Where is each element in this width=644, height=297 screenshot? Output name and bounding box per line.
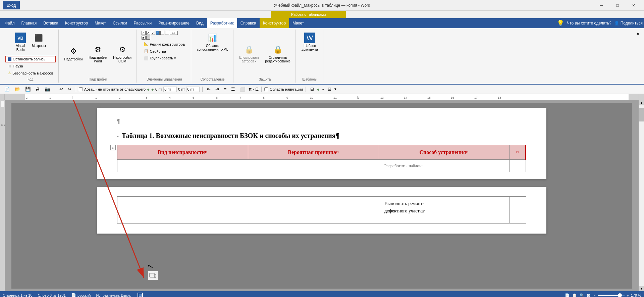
divider1 <box>55 87 55 92</box>
screenshot-button[interactable]: 📷 <box>43 86 52 93</box>
element-checkbox3[interactable]: ✓ <box>151 31 155 35</box>
dot: · <box>253 87 254 91</box>
scroll-up-button[interactable]: ▲ <box>639 100 644 105</box>
menu-help[interactable]: Справка <box>237 18 260 28</box>
scroll-down-button[interactable]: ▼ <box>639 286 644 291</box>
partial-col2 <box>248 160 379 172</box>
element-input-small[interactable]: ab <box>170 31 178 35</box>
menu-mailings[interactable]: Рассылки <box>130 18 155 28</box>
right-scrollbar[interactable]: ▲ ▼ <box>639 100 644 291</box>
menu-review[interactable]: Рецензирование <box>155 18 193 28</box>
view-icon1[interactable]: 📄 <box>565 293 570 297</box>
share-button[interactable]: 👤 Поделиться <box>614 21 643 26</box>
doc-table-bottom: Выполнить ремонт·дефектного участка· <box>117 196 526 224</box>
view-icon4[interactable]: ⊟ <box>587 293 590 297</box>
menu-home[interactable]: Главная <box>18 18 40 28</box>
indent-btn1[interactable]: ⇤ <box>205 86 212 93</box>
view-icon3[interactable]: 🔍 <box>580 293 584 297</box>
print-button[interactable]: 🖨 <box>34 86 42 93</box>
menu-konstruktor-context[interactable]: Конструктор <box>260 18 289 28</box>
pause-button[interactable]: ⏸ Пауза <box>5 63 56 69</box>
properties-label: Свойства <box>150 49 166 53</box>
element-checkbox6[interactable] <box>165 31 169 35</box>
stop-recording-label: Остановить запись <box>13 57 46 61</box>
align-btn[interactable]: ≡ <box>222 86 228 93</box>
view-icon2[interactable]: 📋 <box>572 293 577 297</box>
value2-input[interactable] <box>186 87 200 92</box>
element-btn-small[interactable]: ▶ <box>142 36 146 40</box>
page-status: Страница 1 из 10 <box>3 293 33 297</box>
xml-mapping-button[interactable]: 📊 Областьсопоставления XML <box>195 31 230 53</box>
stop-recording-button[interactable]: Остановить запись <box>5 56 56 62</box>
minimize-button[interactable]: ─ <box>594 1 609 10</box>
menu-konstruktor[interactable]: Конструктор <box>62 18 91 28</box>
block-authors-button[interactable]: 🔒 Блокироватьавторов ▾ <box>237 43 261 65</box>
table-header-row: Вид неисправности¤ Вероятная причина¤ Сп… <box>117 145 526 160</box>
menu-developer[interactable]: Разработчик <box>207 18 237 28</box>
menu-links[interactable]: Ссылки <box>109 18 130 28</box>
menu-file[interactable]: Файл <box>1 18 18 28</box>
partial-col3: Разработать шаблон· <box>379 160 509 172</box>
template-button[interactable]: W Шаблондокумента <box>299 31 320 53</box>
status-record-stop-button[interactable] <box>138 293 143 297</box>
visual-basic-button[interactable]: VB VisualBasic <box>13 31 28 54</box>
doc-table: Вид неисправности¤ Вероятная причина¤ Сп… <box>117 145 526 172</box>
restore-button[interactable]: □ <box>610 1 625 10</box>
scroll-thumb[interactable] <box>639 108 644 121</box>
zoom-plus[interactable]: ＋ <box>626 293 630 297</box>
doc-icon: 📄 <box>71 293 76 297</box>
element-checkbox5[interactable] <box>160 31 164 35</box>
zoom-control[interactable]: － ＋ 179 % <box>593 293 641 297</box>
zoom-thumb[interactable] <box>618 293 622 297</box>
nadstroyki-main-button[interactable]: ⚙ Надстройки <box>62 44 85 63</box>
group-button[interactable]: ⬜ Группировать ▾ <box>142 55 187 61</box>
open-button[interactable]: 📂 <box>13 86 22 93</box>
ribbon-collapse-button[interactable]: ▲ <box>635 30 641 37</box>
element-checkbox2[interactable]: ✓ <box>146 31 150 35</box>
nadstroyki-com-button[interactable]: ⚙ НадстройкиCOM <box>111 43 134 65</box>
block-authors-label: Блокироватьавторов ▾ <box>239 56 259 63</box>
justify-btn[interactable]: ☰ <box>229 86 237 93</box>
value1-input[interactable] <box>163 87 177 92</box>
scroll-track[interactable] <box>639 105 644 286</box>
left-ruler: 4 3 2 1 -1 -2 <box>0 100 5 291</box>
properties-button[interactable]: 📋 Свойства <box>142 48 187 54</box>
cols-btn[interactable]: ⬜ <box>238 86 247 93</box>
element-checkbox4[interactable]: ✓ <box>156 31 160 35</box>
status-stop-square <box>139 294 142 297</box>
view-btn2[interactable]: ⊟ <box>326 86 333 93</box>
login-button[interactable]: Вход <box>3 1 20 9</box>
menu-insert[interactable]: Вставка <box>40 18 62 28</box>
question-icon[interactable]: 💡 <box>557 19 564 27</box>
security-button[interactable]: ⚠ Безопасность макросов <box>5 70 56 76</box>
element-checkbox1[interactable]: ✓ <box>142 31 146 35</box>
new-doc-button[interactable]: 📄 <box>3 86 12 93</box>
save-button[interactable]: 💾 <box>23 86 33 93</box>
undo-button[interactable]: ↩ <box>58 86 65 93</box>
redo-button[interactable]: ↪ <box>66 86 73 93</box>
menu-maket-context[interactable]: Макет <box>289 18 307 28</box>
close-button[interactable]: ✕ <box>626 1 641 10</box>
shablony-group-label: Шаблоны <box>302 76 317 81</box>
table-tools-header: Работа с таблицами <box>271 11 346 18</box>
table-move-handle[interactable]: ⊕ <box>110 145 116 150</box>
page-bottom: Выполнить ремонт·дефектного участка· <box>97 187 546 234</box>
nadstroyki-word-label: НадстройкиWord <box>89 56 107 63</box>
menu-view[interactable]: Вид <box>193 18 207 28</box>
indent-btn2[interactable]: ⇥ <box>214 86 221 93</box>
design-mode-button[interactable]: 📐 Режим конструктора <box>142 41 187 47</box>
view-grid-btn[interactable]: ⊞ <box>309 86 316 93</box>
security-label: Безопасность макросов <box>12 71 53 75</box>
header-col1: Вид неисправности¤ <box>117 145 248 160</box>
element-pic-small[interactable] <box>146 36 150 40</box>
nav-checkbox[interactable] <box>264 87 268 91</box>
nadstroyki-word-button[interactable]: ⚙ НадстройкиWord <box>86 43 109 65</box>
menu-maket[interactable]: Макет <box>91 18 109 28</box>
restrict-editing-button[interactable]: 🔒 Ограничитьредактирование <box>263 43 293 65</box>
zoom-minus[interactable]: － <box>593 293 596 297</box>
paragraph-option-label: Абзац - не отрывать от следующего <box>84 87 146 91</box>
doc-scroll-area[interactable]: ¶ ▪ Таблица 1. Возможные неисправности Б… <box>5 100 639 291</box>
zoom-slider[interactable] <box>598 295 625 296</box>
paragraph-checkbox[interactable] <box>79 87 83 91</box>
macros-button[interactable]: ⬛ Макросы <box>30 31 48 49</box>
